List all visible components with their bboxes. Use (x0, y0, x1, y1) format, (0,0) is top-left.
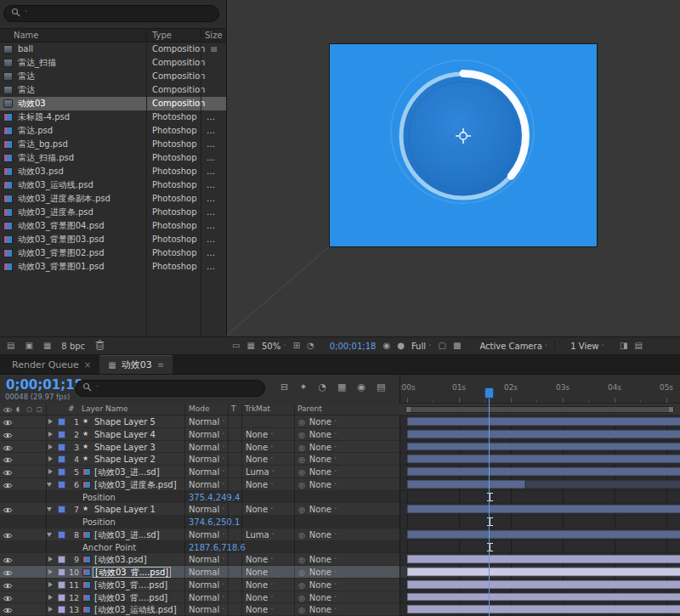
composition-canvas[interactable] (330, 44, 597, 246)
visibility-eye-icon[interactable] (3, 594, 13, 604)
twirl-open-icon[interactable] (47, 507, 52, 511)
label-color-chip[interactable] (58, 556, 65, 563)
layer-row[interactable]: 11[动效03_背....psd]Normal˅None˅◎None˅ (0, 579, 680, 591)
blend-mode-select[interactable]: Normal˅ (189, 553, 225, 566)
parent-select[interactable]: ◎None˅ (298, 441, 337, 454)
layer-duration-bar[interactable] (525, 480, 680, 489)
property-value[interactable]: 375.4,249.4 (189, 491, 240, 504)
project-row[interactable]: 雷达_bg.psdPhotoshop… (0, 138, 226, 151)
panel-menu-icon[interactable]: ≡ (157, 360, 164, 370)
trkmat-select[interactable]: None˅ (246, 503, 274, 516)
time-ruler[interactable]: :00s01s02s03s04s05s (400, 375, 680, 404)
grid-guides-icon[interactable]: ⊞ (293, 342, 300, 350)
twirl-closed-icon[interactable] (48, 419, 53, 424)
twirl-closed-icon[interactable] (48, 607, 53, 612)
column-name[interactable]: Name (14, 29, 39, 42)
trkmat-select[interactable]: None˅ (246, 603, 274, 616)
layer-name[interactable]: [动效03_进...sd] (94, 466, 160, 478)
twirl-closed-icon[interactable] (48, 569, 53, 574)
project-row[interactable]: 雷达.psdPhotoshop… (0, 124, 226, 138)
property-row[interactable]: Position375.4,249.4 (0, 491, 680, 504)
layer-name[interactable]: [动效03_运动线.psd] (94, 603, 177, 616)
trkmat-select[interactable]: None˅ (246, 428, 274, 441)
pickwhip-icon[interactable]: ◎ (298, 606, 305, 614)
transparency-grid-icon[interactable]: ▩ (453, 342, 461, 350)
trash-icon[interactable] (95, 340, 105, 352)
label-color-chip[interactable] (58, 455, 65, 463)
layer-duration-bar[interactable] (407, 417, 680, 426)
layer-row[interactable]: 3★Shape Layer 3Normal˅None˅◎None˅ (0, 441, 680, 454)
row-track[interactable] (400, 528, 680, 541)
project-row[interactable]: 动效03_背景图04.psdPhotoshop… (0, 219, 226, 233)
parent-select[interactable]: ◎None˅ (298, 566, 337, 579)
graph-editor-icon[interactable]: ▤ (377, 382, 385, 392)
resolution-select[interactable]: Full˅ (411, 342, 432, 351)
current-time-indicator-line[interactable] (489, 398, 490, 616)
frame-blend-icon[interactable]: ▦ (337, 382, 346, 392)
parent-select[interactable]: ◎None˅ (298, 428, 337, 441)
new-composition-icon[interactable]: ▦ (43, 342, 51, 350)
column-number[interactable]: # (68, 404, 75, 413)
parent-select[interactable]: ◎None˅ (298, 503, 337, 516)
view-layout-select[interactable]: 1 View˅ (570, 342, 604, 351)
layer-row[interactable]: 5[动效03_进...sd]Normal˅Luma˅◎None˅ (0, 466, 680, 478)
layer-row[interactable]: 9[动效03.psd]Normal˅None˅◎None˅ (0, 553, 680, 566)
blend-mode-select[interactable]: Normal˅ (189, 603, 225, 616)
blend-mode-select[interactable]: Normal˅ (189, 528, 225, 541)
pickwhip-icon[interactable]: ◎ (298, 418, 305, 427)
pickwhip-icon[interactable]: ◎ (298, 468, 305, 477)
project-row[interactable]: 动效03Composition (0, 97, 226, 110)
project-row[interactable]: 动效03.psdPhotoshop… (0, 165, 226, 178)
draft-3d-icon[interactable]: ✦ (299, 382, 307, 392)
twirl-closed-icon[interactable] (48, 557, 53, 562)
project-row[interactable]: 雷达Composition (0, 83, 226, 97)
project-row[interactable]: 动效03_进度条.psdPhotoshop… (0, 206, 226, 219)
blend-mode-select[interactable]: Normal˅ (189, 579, 225, 591)
property-value[interactable]: 2187.6,718.6 (189, 541, 246, 554)
row-track[interactable] (400, 466, 680, 478)
layer-name[interactable]: Shape Layer 1 (94, 503, 156, 516)
work-area-bar[interactable] (405, 406, 674, 413)
blend-mode-select[interactable]: Normal˅ (189, 415, 225, 428)
parent-select[interactable]: ◎None˅ (298, 591, 337, 604)
blend-mode-select[interactable]: Normal˅ (189, 591, 225, 604)
layer-name[interactable]: [动效03_背....psd] (94, 579, 167, 591)
parent-select[interactable]: ◎None˅ (298, 553, 337, 566)
blend-mode-select[interactable]: Normal˅ (189, 466, 225, 478)
blend-mode-select[interactable]: Normal˅ (189, 478, 225, 491)
show-channel-icon[interactable]: ● (397, 342, 405, 350)
visibility-eye-icon[interactable] (3, 568, 13, 579)
visibility-eye-icon[interactable] (3, 581, 13, 591)
layer-duration-bar[interactable] (407, 593, 680, 602)
column-size[interactable]: Size (205, 29, 223, 42)
label-color-chip[interactable] (58, 581, 65, 589)
visibility-eye-icon[interactable] (3, 431, 13, 441)
pickwhip-icon[interactable]: ◎ (298, 581, 305, 590)
parent-select[interactable]: ◎None˅ (298, 603, 337, 616)
3d-view-select[interactable]: Active Camera˅ (479, 342, 547, 351)
project-row[interactable]: 未标题-4.psdPhotoshop… (0, 110, 226, 124)
pixel-aspect-icon[interactable]: ◨ (620, 342, 627, 350)
motion-blur-icon[interactable]: ◉ (357, 382, 366, 392)
property-name[interactable]: Position (82, 491, 116, 504)
layer-name[interactable]: [动效03_背....psd] (93, 567, 171, 578)
project-row[interactable]: 动效03_背景图01.psdPhotoshop… (0, 260, 226, 274)
layer-duration-bar[interactable] (407, 580, 680, 589)
row-track[interactable] (400, 453, 680, 466)
label-color-chip[interactable] (58, 418, 65, 426)
twirl-open-icon[interactable] (47, 483, 52, 487)
blend-mode-select[interactable]: Normal˅ (189, 441, 225, 454)
property-name[interactable]: Anchor Point (82, 541, 136, 554)
close-icon[interactable]: × (84, 360, 91, 370)
pickwhip-icon[interactable]: ◎ (298, 531, 305, 540)
trkmat-select[interactable]: None˅ (246, 566, 274, 579)
layer-duration-bar[interactable] (407, 430, 680, 438)
pickwhip-icon[interactable]: ◎ (298, 455, 305, 464)
layer-row[interactable]: 6[动效03_进度条.psd]Normal˅None˅◎None˅ (0, 478, 680, 491)
layer-name[interactable]: [动效03.psd] (94, 553, 147, 566)
visibility-eye-icon[interactable] (3, 468, 13, 478)
label-color-chip[interactable] (58, 606, 65, 613)
trkmat-select[interactable]: Luma˅ (246, 528, 275, 541)
blend-mode-select[interactable]: Normal˅ (189, 503, 225, 516)
parent-select[interactable]: ◎None˅ (298, 415, 337, 428)
